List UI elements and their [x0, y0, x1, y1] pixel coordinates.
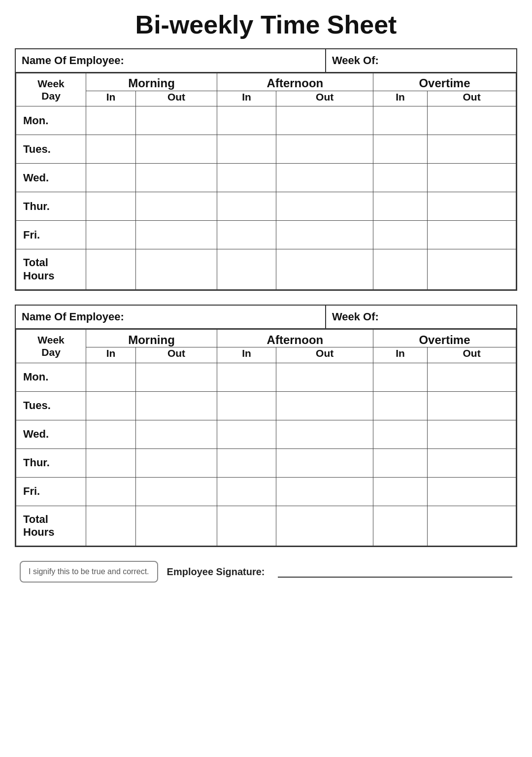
mon-afternoon-in-1[interactable] — [217, 106, 276, 135]
wed-afternoon-out-2[interactable] — [276, 420, 373, 448]
wed-morning-out-2[interactable] — [136, 420, 217, 448]
fri-morning-in-1[interactable] — [86, 221, 136, 249]
day-mon-1: Mon. — [16, 106, 86, 135]
tues-overtime-in-1[interactable] — [373, 135, 427, 164]
thur-overtime-in-1[interactable] — [373, 192, 427, 221]
total-morning-in-2[interactable] — [86, 506, 136, 546]
fri-morning-out-1[interactable] — [136, 221, 217, 249]
col-afternoon-out-1: Out — [276, 91, 373, 106]
col-overtime-in-1: In — [373, 91, 427, 106]
fri-afternoon-out-2[interactable] — [276, 477, 373, 506]
wed-afternoon-out-1[interactable] — [276, 164, 373, 192]
fri-overtime-out-1[interactable] — [428, 221, 516, 249]
fri-morning-in-2[interactable] — [86, 477, 136, 506]
wed-morning-in-2[interactable] — [86, 420, 136, 448]
total-overtime-out-2[interactable] — [428, 506, 516, 546]
tues-morning-in-2[interactable] — [86, 391, 136, 420]
wed-overtime-out-1[interactable] — [428, 164, 516, 192]
table-row: Wed. — [16, 164, 516, 192]
mon-morning-out-1[interactable] — [136, 106, 217, 135]
col-week-day-2: WeekDay — [16, 330, 86, 363]
total-morning-in-1[interactable] — [86, 249, 136, 290]
total-afternoon-out-2[interactable] — [276, 506, 373, 546]
mon-afternoon-out-1[interactable] — [276, 106, 373, 135]
signature-line[interactable] — [278, 566, 513, 578]
fri-morning-out-2[interactable] — [136, 477, 217, 506]
fri-overtime-out-2[interactable] — [428, 477, 516, 506]
thur-morning-in-2[interactable] — [86, 448, 136, 477]
day-fri-1: Fri. — [16, 221, 86, 249]
timesheet-table-2: WeekDay Morning Afternoon Overtime In Ou… — [16, 329, 516, 546]
fri-afternoon-in-2[interactable] — [217, 477, 276, 506]
mon-morning-in-2[interactable] — [86, 363, 136, 391]
tues-afternoon-out-1[interactable] — [276, 135, 373, 164]
signature-area: I signify this to be true and correct. E… — [15, 561, 517, 583]
total-overtime-in-2[interactable] — [373, 506, 427, 546]
mon-overtime-in-1[interactable] — [373, 106, 427, 135]
tues-afternoon-in-1[interactable] — [217, 135, 276, 164]
tues-overtime-out-1[interactable] — [428, 135, 516, 164]
table-row: Fri. — [16, 477, 516, 506]
mon-morning-out-2[interactable] — [136, 363, 217, 391]
total-morning-out-2[interactable] — [136, 506, 217, 546]
mon-overtime-out-1[interactable] — [428, 106, 516, 135]
wed-morning-out-1[interactable] — [136, 164, 217, 192]
tues-overtime-out-2[interactable] — [428, 391, 516, 420]
tues-overtime-in-2[interactable] — [373, 391, 427, 420]
day-tues-1: Tues. — [16, 135, 86, 164]
wed-overtime-in-1[interactable] — [373, 164, 427, 192]
tues-afternoon-out-2[interactable] — [276, 391, 373, 420]
total-overtime-out-1[interactable] — [428, 249, 516, 290]
tues-morning-in-1[interactable] — [86, 135, 136, 164]
wed-morning-in-1[interactable] — [86, 164, 136, 192]
fri-afternoon-out-1[interactable] — [276, 221, 373, 249]
name-of-employee-label-1: Name Of Employee: — [16, 49, 326, 72]
fri-afternoon-in-1[interactable] — [217, 221, 276, 249]
mon-afternoon-out-2[interactable] — [276, 363, 373, 391]
fri-overtime-in-2[interactable] — [373, 477, 427, 506]
week-of-label-2: Week Of: — [326, 306, 516, 328]
mon-afternoon-in-2[interactable] — [217, 363, 276, 391]
timesheet-block-2: Name Of Employee: Week Of: WeekDay Morni… — [15, 305, 517, 547]
thur-overtime-out-2[interactable] — [428, 448, 516, 477]
day-thur-1: Thur. — [16, 192, 86, 221]
wed-afternoon-in-1[interactable] — [217, 164, 276, 192]
total-overtime-in-1[interactable] — [373, 249, 427, 290]
thur-afternoon-in-2[interactable] — [217, 448, 276, 477]
wed-afternoon-in-2[interactable] — [217, 420, 276, 448]
thur-afternoon-out-2[interactable] — [276, 448, 373, 477]
mon-morning-in-1[interactable] — [86, 106, 136, 135]
thur-overtime-in-2[interactable] — [373, 448, 427, 477]
tues-morning-out-2[interactable] — [136, 391, 217, 420]
total-morning-out-1[interactable] — [136, 249, 217, 290]
day-fri-2: Fri. — [16, 477, 86, 506]
tues-afternoon-in-2[interactable] — [217, 391, 276, 420]
fri-overtime-in-1[interactable] — [373, 221, 427, 249]
total-afternoon-out-1[interactable] — [276, 249, 373, 290]
col-afternoon-2: Afternoon — [217, 330, 373, 347]
col-afternoon-1: Afternoon — [217, 73, 373, 91]
total-afternoon-in-1[interactable] — [217, 249, 276, 290]
day-total-hours-1: TotalHours — [16, 249, 86, 290]
mon-overtime-out-2[interactable] — [428, 363, 516, 391]
table-row: Wed. — [16, 420, 516, 448]
page-title: Bi-weekly Time Sheet — [15, 10, 517, 39]
thur-overtime-out-1[interactable] — [428, 192, 516, 221]
col-overtime-out-1: Out — [428, 91, 516, 106]
day-mon-2: Mon. — [16, 363, 86, 391]
total-afternoon-in-2[interactable] — [217, 506, 276, 546]
col-morning-out-1: Out — [136, 91, 217, 106]
mon-overtime-in-2[interactable] — [373, 363, 427, 391]
col-overtime-out-2: Out — [428, 347, 516, 363]
thur-morning-out-1[interactable] — [136, 192, 217, 221]
wed-overtime-in-2[interactable] — [373, 420, 427, 448]
thur-afternoon-out-1[interactable] — [276, 192, 373, 221]
wed-overtime-out-2[interactable] — [428, 420, 516, 448]
table-row: Tues. — [16, 135, 516, 164]
thur-morning-in-1[interactable] — [86, 192, 136, 221]
timesheet-table-1: WeekDay Morning Afternoon Overtime In Ou… — [16, 73, 516, 290]
thur-afternoon-in-1[interactable] — [217, 192, 276, 221]
thur-morning-out-2[interactable] — [136, 448, 217, 477]
tues-morning-out-1[interactable] — [136, 135, 217, 164]
employee-signature-label: Employee Signature: — [167, 566, 265, 578]
